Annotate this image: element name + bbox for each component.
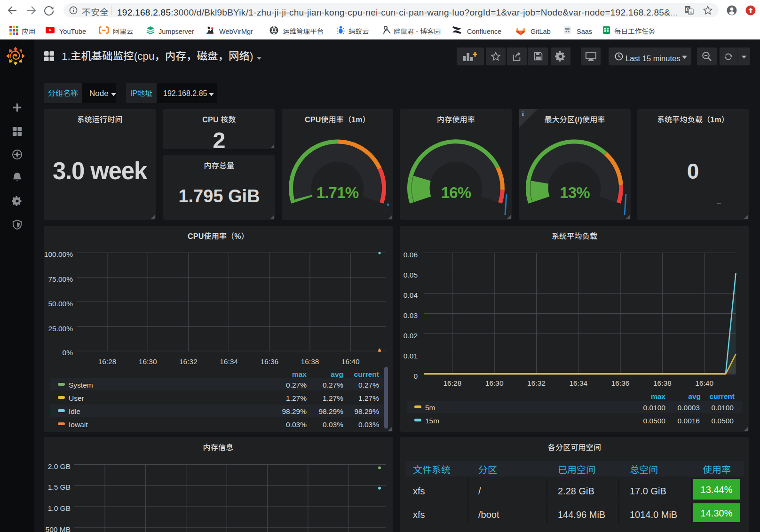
svg-text:文: 文: [689, 9, 693, 15]
